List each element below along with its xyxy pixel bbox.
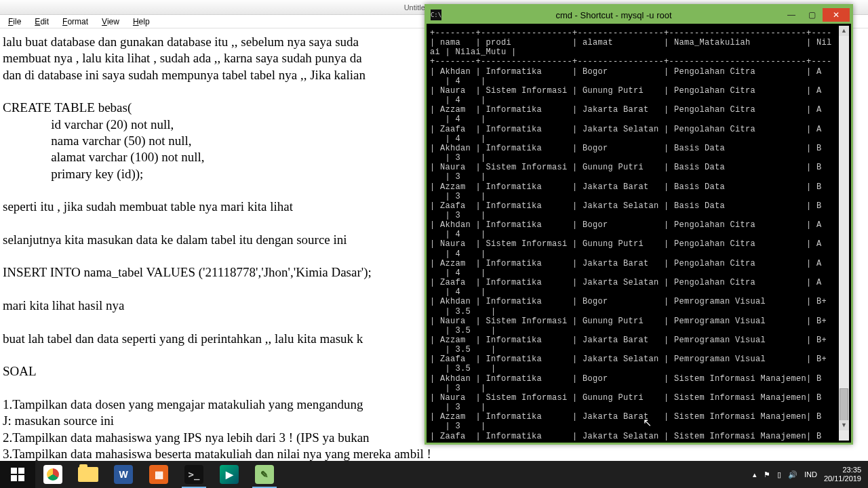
taskbar-chrome[interactable] — [35, 461, 71, 488]
terminal-line: | 4 | — [430, 134, 848, 144]
tray-clock[interactable]: 23:35 20/11/2019 — [824, 466, 861, 483]
terminal-line: | 4 | — [430, 115, 848, 124]
scroll-up-icon[interactable]: ▲ — [839, 26, 849, 36]
taskbar-notepad[interactable]: ✎ — [247, 461, 282, 488]
terminal-line: | Akhdan | Informatika | Bogor | Sistem … — [430, 374, 848, 384]
tray-time: 23:35 — [824, 466, 861, 474]
start-button[interactable] — [0, 461, 35, 488]
menu-view[interactable]: View — [96, 16, 125, 28]
terminal-line: | Akhdan | Informatika | Bogor | Pengola… — [430, 67, 848, 77]
close-button[interactable]: ✕ — [823, 8, 850, 22]
terminal-window: C:\ cmd - Shortcut - mysql -u root — ▢ ✕… — [425, 4, 853, 445]
system-tray: ▴ ⚑ ▯ 🔊 IND 23:35 20/11/2019 — [746, 466, 868, 483]
tray-flag-icon[interactable]: ⚑ — [764, 470, 770, 479]
terminal-line: ai | Nilai_Mutu | — [430, 47, 848, 57]
terminal-line: | 4 | — [430, 287, 848, 297]
resize-handle[interactable] — [839, 430, 849, 441]
terminal-line: | nama | prodi | alamat | Nama_Matakulia… — [430, 38, 848, 47]
terminal-line: | Azzam | Informatika | Jakarta Barat | … — [430, 336, 848, 345]
maximize-button[interactable]: ▢ — [802, 8, 821, 22]
orange-app-icon: ▦ — [149, 465, 168, 484]
word-icon: W — [114, 465, 133, 484]
tray-lang[interactable]: IND — [804, 470, 817, 479]
cmd-icon: >_ — [184, 465, 203, 484]
terminal-line: | Naura | Sistem Informasi | Gunung Putr… — [430, 239, 848, 249]
terminal-line: | 3 | — [430, 172, 848, 182]
terminal-line: | 4 | — [430, 77, 848, 86]
terminal-line: | 4 | — [430, 249, 848, 259]
tray-date: 20/11/2019 — [824, 474, 861, 483]
terminal-line: | Naura | Sistem Informasi | Gunung Putr… — [430, 86, 848, 96]
terminal-line: | Akhdan | Informatika | Bogor | Pengola… — [430, 220, 848, 230]
tray-net-icon[interactable]: ▯ — [777, 470, 781, 479]
terminal-line: | Naura | Sistem Informasi | Gunung Putr… — [430, 163, 848, 172]
tray-up-icon[interactable]: ▴ — [753, 470, 757, 479]
scroll-down-icon[interactable]: ▼ — [839, 420, 849, 430]
terminal-line: | 3.5 | — [430, 326, 848, 336]
terminal-line: | 3 | — [430, 422, 848, 431]
notepad-icon: ✎ — [255, 465, 274, 484]
terminal-line: | 4 | — [430, 230, 848, 239]
terminal-line: | Zaafa | Informatika | Jakarta Selatan … — [430, 125, 848, 134]
taskbar-cmd[interactable]: >_ — [176, 461, 212, 488]
terminal-line: | 4 | — [430, 96, 848, 105]
dev-icon: ▶ — [220, 465, 239, 484]
chrome-icon — [43, 465, 62, 484]
terminal-line: | Akhdan | Informatika | Bogor | Basis D… — [430, 144, 848, 153]
terminal-line: | Naura | Sistem Informasi | Gunung Putr… — [430, 393, 848, 403]
terminal-line: | Azzam | Informatika | Jakarta Barat | … — [430, 182, 848, 192]
taskbar-devtool[interactable]: ▶ — [212, 461, 247, 488]
terminal-line: +--------+------------------+-----------… — [430, 57, 848, 66]
terminal-output[interactable]: +--------+------------------+-----------… — [429, 26, 849, 441]
terminal-line: | Azzam | Informatika | Jakarta Barat | … — [430, 412, 848, 422]
folder-icon — [78, 467, 98, 482]
terminal-line: | Naura | Sistem Informasi | Gunung Putr… — [430, 317, 848, 326]
terminal-titlebar[interactable]: C:\ cmd - Shortcut - mysql -u root — ▢ ✕ — [427, 6, 851, 24]
terminal-line: | Zaafa | Informatika | Jakarta Selatan … — [430, 278, 848, 287]
taskbar-app-orange[interactable]: ▦ — [141, 461, 176, 488]
minimize-button[interactable]: — — [782, 8, 801, 22]
terminal-line: | 3 | — [430, 192, 848, 201]
taskbar: W ▦ >_ ▶ ✎ ▴ ⚑ ▯ 🔊 IND 23:35 20/11/2019 — [0, 461, 868, 488]
taskbar-explorer[interactable] — [71, 461, 106, 488]
menu-help[interactable]: Help — [127, 16, 155, 28]
terminal-line: | 3 | — [430, 211, 848, 220]
taskbar-word[interactable]: W — [106, 461, 141, 488]
tray-sound-icon[interactable]: 🔊 — [788, 470, 797, 479]
terminal-line: | Zaafa | Informatika | Jakarta Selatan … — [430, 432, 848, 441]
terminal-line: | 3 | — [430, 384, 848, 393]
terminal-line: | 3.5 | — [430, 307, 848, 317]
terminal-line: | Azzam | Informatika | Jakarta Barat | … — [430, 105, 848, 115]
terminal-line: | Azzam | Informatika | Jakarta Barat | … — [430, 259, 848, 268]
terminal-line: | 4 | — [430, 268, 848, 278]
terminal-icon: C:\ — [431, 9, 441, 20]
terminal-line: | Zaafa | Informatika | Jakarta Selatan … — [430, 201, 848, 211]
menu-edit[interactable]: Edit — [29, 16, 54, 28]
terminal-line: | 3 | — [430, 403, 848, 412]
terminal-line: | 3 | — [430, 153, 848, 163]
terminal-line: | Zaafa | Informatika | Jakarta Selatan … — [430, 354, 848, 364]
terminal-line: | 3.5 | — [430, 345, 848, 354]
menu-format[interactable]: Format — [57, 16, 94, 28]
terminal-line: | Akhdan | Informatika | Bogor | Pemrogr… — [430, 297, 848, 306]
terminal-line: | 3.5 | — [430, 364, 848, 373]
terminal-title: cmd - Shortcut - mysql -u root — [446, 10, 782, 20]
terminal-scrollbar[interactable]: ▲ ▼ — [839, 26, 849, 430]
terminal-line: +--------+------------------+-----------… — [430, 28, 848, 38]
menu-file[interactable]: File — [3, 16, 26, 28]
